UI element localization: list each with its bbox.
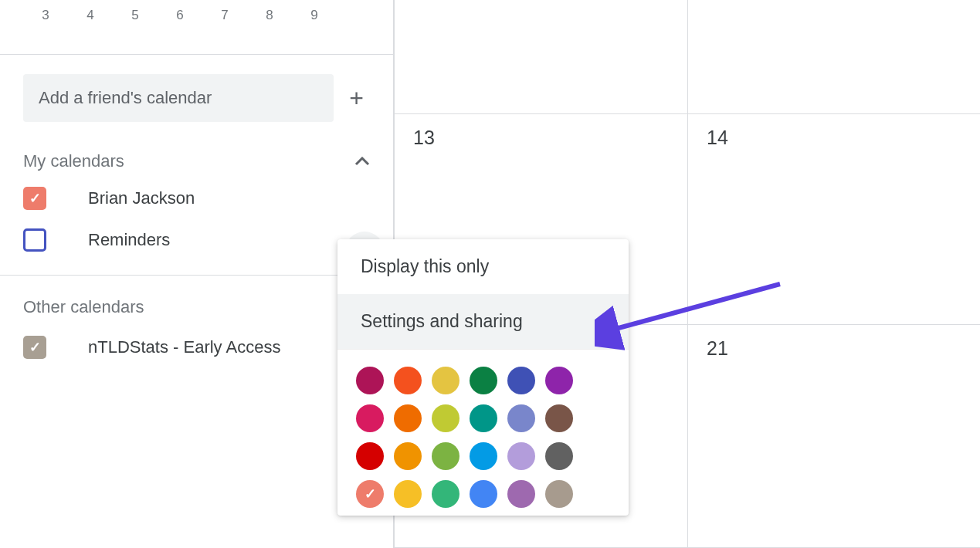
mini-calendar-row: 3 4 5 6 7 8 9 <box>0 0 393 39</box>
mini-cal-day[interactable]: 9 <box>307 8 321 23</box>
mini-cal-day[interactable]: 3 <box>39 8 53 23</box>
calendar-item-ntldstats[interactable]: ✓ nTLDStats - Early Access <box>0 326 393 368</box>
grid-cell[interactable]: 21 <box>687 325 980 548</box>
color-swatch[interactable] <box>507 442 535 470</box>
color-swatch[interactable] <box>432 367 459 394</box>
checkbox-checked[interactable]: ✓ <box>23 187 46 210</box>
color-swatch[interactable] <box>394 367 422 394</box>
color-swatch[interactable] <box>356 442 384 470</box>
color-swatch[interactable] <box>394 404 422 432</box>
mini-cal-day[interactable]: 5 <box>128 8 142 23</box>
calendar-item-reminders[interactable]: Reminders <box>0 219 393 261</box>
color-swatch[interactable] <box>432 442 459 470</box>
color-swatch[interactable] <box>356 404 384 432</box>
calendar-context-menu: Display this only Settings and sharing ✓ <box>337 239 629 516</box>
checkmark-icon: ✓ <box>365 485 376 502</box>
other-calendars-title: Other calendars <box>0 276 393 326</box>
add-friend-input[interactable] <box>23 74 334 122</box>
color-swatch[interactable] <box>432 404 459 432</box>
color-picker: ✓ <box>337 350 629 516</box>
color-swatch[interactable] <box>545 367 573 394</box>
calendar-label: Reminders <box>66 230 170 250</box>
menu-display-only[interactable]: Display this only <box>337 239 629 294</box>
color-swatch[interactable] <box>432 480 459 508</box>
color-swatch[interactable] <box>470 480 497 508</box>
calendar-item-brian[interactable]: ✓ Brian Jackson <box>0 178 393 219</box>
mini-cal-day[interactable]: 8 <box>263 8 276 23</box>
color-swatch[interactable] <box>394 442 422 470</box>
checkbox-checked[interactable]: ✓ <box>23 336 46 359</box>
calendar-label: Brian Jackson <box>66 188 195 208</box>
color-swatch[interactable] <box>470 442 497 470</box>
color-swatch[interactable] <box>507 367 535 394</box>
color-swatch[interactable] <box>545 404 573 432</box>
color-swatch[interactable] <box>545 480 573 508</box>
color-swatch[interactable] <box>470 404 497 432</box>
grid-cell[interactable] <box>687 0 980 114</box>
checkmark-icon: ✓ <box>29 339 41 356</box>
grid-cell[interactable]: 14 <box>687 114 980 325</box>
color-swatch[interactable]: ✓ <box>356 480 384 508</box>
color-swatch[interactable] <box>470 367 497 394</box>
menu-settings-sharing[interactable]: Settings and sharing <box>337 294 629 349</box>
mini-cal-day[interactable]: 4 <box>83 8 97 23</box>
grid-cell[interactable] <box>394 0 687 114</box>
mini-cal-day[interactable]: 7 <box>218 8 232 23</box>
chevron-up-icon[interactable] <box>354 154 370 170</box>
checkmark-icon: ✓ <box>29 190 41 207</box>
color-swatch[interactable] <box>545 442 573 470</box>
checkbox-unchecked[interactable] <box>23 228 46 252</box>
add-calendar-icon[interactable]: + <box>343 84 370 113</box>
color-swatch[interactable] <box>507 480 535 508</box>
calendar-label: nTLDStats - Early Access <box>66 337 280 357</box>
color-swatch[interactable] <box>507 404 535 432</box>
color-swatch[interactable] <box>356 367 384 394</box>
color-swatch[interactable] <box>394 480 422 508</box>
mini-cal-day[interactable]: 6 <box>173 8 187 23</box>
my-calendars-title: My calendars <box>23 151 124 171</box>
